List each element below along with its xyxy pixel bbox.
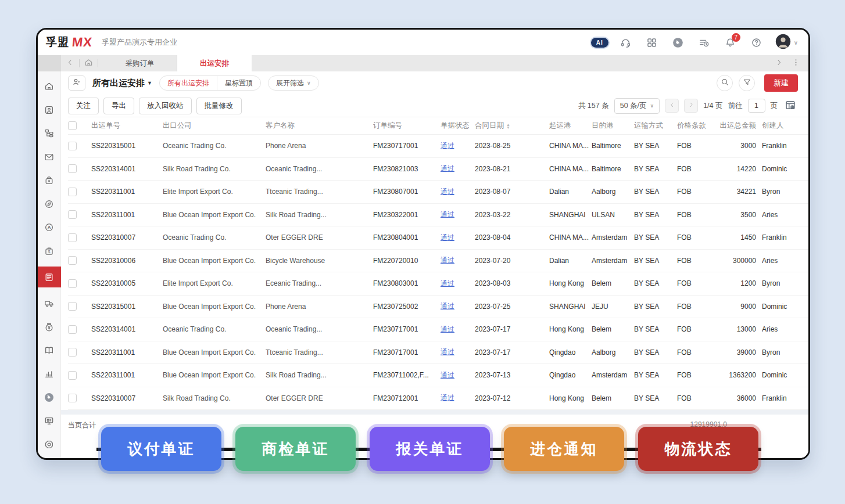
table-row[interactable]: SS220311001Blue Ocean Import Export Co.S… — [68, 364, 810, 387]
sidebar-item-logistics[interactable] — [38, 296, 61, 311]
tabs-more-icon[interactable] — [792, 58, 800, 69]
table-row[interactable]: SS220310007Silk Road Trading Co.Oter EGG… — [68, 387, 810, 410]
export-button[interactable]: 导出 — [103, 98, 134, 114]
status-link[interactable]: 通过 — [441, 302, 454, 310]
batch-edit-button[interactable]: 批量修改 — [196, 98, 242, 114]
row-checkbox[interactable] — [68, 233, 77, 242]
status-link[interactable]: 通过 — [441, 164, 454, 172]
row-checkbox[interactable] — [68, 371, 77, 380]
row-checkbox[interactable] — [68, 279, 77, 288]
status-link[interactable]: 通过 — [441, 279, 454, 287]
sidebar-item-marketing[interactable]: A — [38, 219, 61, 235]
sidebar-item-orders[interactable] — [38, 172, 61, 188]
status-link[interactable]: 通过 — [441, 233, 454, 242]
page-size-select[interactable]: 50 条/页 ∨ — [614, 98, 660, 114]
select-all-checkbox[interactable] — [68, 121, 77, 130]
home-tab-icon[interactable] — [84, 58, 93, 69]
cell-doc-status[interactable]: 通过 — [441, 203, 475, 226]
tabs-scroll-right-icon[interactable] — [775, 58, 783, 69]
filter-starred-top[interactable]: 星标置顶 — [217, 76, 260, 90]
cell-doc-status[interactable]: 通过 — [441, 318, 475, 341]
sidebar-item-contacts[interactable] — [38, 102, 61, 118]
cell-doc-status[interactable]: 通过 — [441, 341, 475, 364]
recycle-bin-button[interactable]: 放入回收站 — [139, 98, 192, 114]
sidebar-item-whatsapp[interactable] — [38, 390, 61, 405]
sidebar-item-org[interactable] — [38, 125, 61, 141]
user-avatar[interactable] — [775, 34, 791, 52]
flow-button-5[interactable]: 物流状态 — [638, 427, 758, 471]
status-link[interactable]: 通过 — [441, 325, 454, 333]
flow-button-1[interactable]: 议付单证 — [101, 427, 221, 471]
sidebar-item-home[interactable] — [38, 78, 61, 94]
cell-doc-status[interactable]: 通过 — [441, 364, 475, 387]
tab-shipping-arrangement[interactable]: 出运安排 — [177, 55, 252, 71]
next-page-button[interactable] — [684, 99, 698, 113]
search-button[interactable] — [717, 75, 733, 91]
col-contract-date[interactable]: 合同日期▲▼ — [475, 117, 549, 135]
flow-button-4[interactable]: 进仓通知 — [504, 427, 624, 471]
help-icon[interactable] — [751, 37, 762, 48]
cell-doc-status[interactable]: 通过 — [441, 387, 475, 410]
table-row[interactable]: SS220314001Silk Road Trading Co.Oceanic … — [68, 157, 810, 181]
headset-icon[interactable] — [620, 37, 632, 48]
create-new-button[interactable]: 新建 — [764, 74, 798, 92]
table-row[interactable]: SS220310006Blue Ocean Import Export Co.B… — [68, 249, 810, 272]
expand-filters-button[interactable]: 展开筛选 ∨ — [268, 75, 319, 91]
table-row[interactable]: SS220314001Oceanic Trading Co.Oceanic Tr… — [68, 318, 810, 341]
view-selector[interactable]: 所有出运安排 ▼ — [92, 78, 152, 89]
sort-icons[interactable]: ▲▼ — [506, 123, 510, 129]
row-checkbox[interactable] — [68, 256, 77, 265]
table-row[interactable]: SS220311001Blue Ocean Import Export Co.S… — [68, 203, 810, 226]
cell-doc-status[interactable]: 通过 — [441, 181, 475, 204]
row-checkbox[interactable] — [68, 348, 77, 357]
tab-purchase-orders[interactable]: 采购订单 — [103, 55, 177, 71]
goto-page-input[interactable] — [748, 99, 765, 113]
table-row[interactable]: SS220310007Oceanic Trading Co.Oter EGGER… — [68, 226, 810, 250]
sidebar-item-compass[interactable] — [38, 196, 61, 212]
prev-page-button[interactable] — [665, 99, 679, 113]
sidebar-item-finance-doc[interactable]: $ — [38, 243, 61, 259]
ai-assistant-button[interactable]: AI — [594, 37, 606, 48]
user-menu[interactable]: ∨ — [775, 34, 798, 52]
follow-button[interactable]: 关注 — [68, 98, 99, 114]
row-checkbox[interactable] — [68, 394, 77, 402]
cell-doc-status[interactable]: 通过 — [441, 272, 475, 296]
status-link[interactable]: 通过 — [441, 371, 454, 379]
sidebar-item-mail[interactable] — [38, 149, 61, 165]
sidebar-collapse-button[interactable] — [38, 55, 61, 71]
whatsapp-icon[interactable] — [672, 37, 684, 48]
sidebar-item-money[interactable] — [38, 319, 61, 334]
flow-button-3[interactable]: 报关单证 — [370, 427, 490, 471]
table-row[interactable]: SS220315001Blue Ocean Import Export Co.P… — [68, 295, 810, 318]
table-row[interactable]: SS220311001Elite Import Export Co.Ttcean… — [68, 181, 810, 204]
task-list-icon[interactable] — [699, 37, 710, 48]
status-link[interactable]: 通过 — [441, 394, 454, 402]
cell-doc-status[interactable]: 通过 — [441, 135, 475, 158]
row-checkbox[interactable] — [68, 302, 77, 311]
row-checkbox[interactable] — [68, 164, 77, 173]
table-row[interactable]: SS220311001Blue Ocean Import Export Co.T… — [68, 341, 810, 364]
bell-icon[interactable]: 7 — [725, 37, 736, 48]
owner-filter-button[interactable] — [68, 75, 85, 91]
row-checkbox[interactable] — [68, 325, 77, 334]
row-checkbox[interactable] — [68, 188, 77, 196]
cell-doc-status[interactable]: 通过 — [441, 295, 475, 318]
filter-button[interactable] — [739, 75, 755, 91]
flow-button-2[interactable]: 商检单证 — [235, 427, 356, 471]
status-link[interactable]: 通过 — [441, 188, 454, 196]
cell-doc-status[interactable]: 通过 — [441, 157, 475, 181]
status-link[interactable]: 通过 — [441, 348, 454, 356]
sidebar-item-shipping-doc[interactable] — [38, 267, 61, 287]
status-link[interactable]: 通过 — [441, 256, 454, 264]
status-link[interactable]: 通过 — [441, 142, 454, 150]
table-settings-button[interactable] — [783, 99, 798, 113]
status-link[interactable]: 通过 — [441, 210, 454, 218]
back-icon[interactable] — [66, 58, 74, 69]
filter-all-shipments[interactable]: 所有出运安排 — [160, 76, 217, 90]
sidebar-item-ledger[interactable] — [38, 343, 61, 358]
cell-doc-status[interactable]: 通过 — [441, 249, 475, 272]
cell-doc-status[interactable]: 通过 — [441, 226, 475, 250]
apps-grid-icon[interactable] — [646, 37, 658, 48]
sidebar-item-stats[interactable] — [38, 366, 61, 381]
table-row[interactable]: SS220315001Oceanic Trading Co.Phone Aren… — [68, 135, 810, 158]
